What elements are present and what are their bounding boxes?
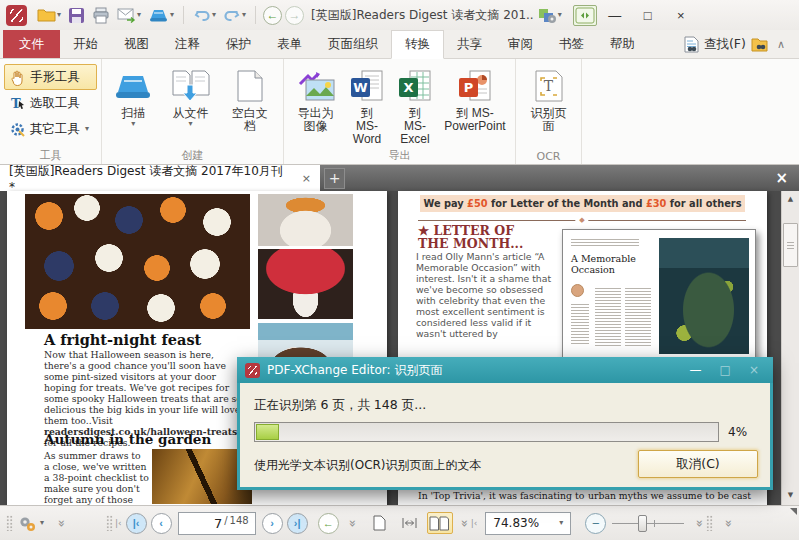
export-word-button[interactable]: W 到 MS-Word [343,62,391,148]
zoom-level-select[interactable]: 74.83% ▾ [485,512,571,535]
zoom-out-button[interactable]: − [585,513,606,534]
two-page-view-button[interactable] [427,512,453,534]
select-tool-button[interactable]: T 选取工具 [4,90,97,116]
zoom-slider[interactable] [612,513,684,534]
options-button[interactable]: ▾ [15,513,46,534]
session-layout-button[interactable] [573,5,597,26]
tab-protect[interactable]: 保护 [213,30,264,58]
scan-button[interactable]: ▾ [146,6,176,25]
dropdown-icon: ▾ [85,125,89,133]
dropdown-icon[interactable]: ▾ [137,11,141,19]
tab-help[interactable]: 帮助 [597,30,648,58]
last-page-button[interactable]: ›| [287,513,308,534]
export-image-button[interactable]: 导出为图像 [288,62,343,148]
single-page-view-button[interactable] [367,512,393,534]
dropdown-icon[interactable]: ▾ [57,11,61,19]
vertical-scrollbar[interactable]: ▲ ▼ [781,191,799,505]
export-excel-button[interactable]: X 到 MS-Excel [391,62,439,148]
close-document-button[interactable]: × [775,169,799,187]
slider-track [612,523,684,524]
page-number-input[interactable]: 7 / 148 [178,512,256,535]
banner-text: for Letter of the Month and [488,198,646,209]
inset-article-title: A Memorable Occasion [571,254,653,275]
scroll-down-button[interactable]: ▼ [782,488,799,503]
find-document-icon[interactable] [684,36,699,53]
tab-view[interactable]: 视图 [111,30,162,58]
toolbar-grip[interactable] [6,515,13,531]
back-icon: ← [267,8,279,22]
tab-close-icon[interactable]: × [302,172,311,185]
cancel-button[interactable]: 取消(C) [638,450,758,478]
dialog-minimize-button[interactable]: — [690,363,702,377]
next-view-button[interactable]: → [285,6,304,25]
expand-toolbar-icon[interactable]: « [455,517,470,529]
from-file-button[interactable]: 从文件 ▾ [160,62,220,148]
expand-toolbar-icon[interactable]: « [53,517,68,529]
email-button[interactable]: ▾ [115,6,143,25]
blank-page-icon [236,69,264,103]
previous-page-button[interactable]: ‹ [151,513,172,534]
dialog-maximize-button[interactable]: □ [720,363,731,377]
dropdown-icon[interactable]: ▾ [558,11,562,19]
print-button[interactable] [90,5,112,26]
tab-organize[interactable]: 页面组织 [315,30,391,58]
toolbar-grip[interactable] [706,515,713,531]
total-pages: 148 [230,515,249,526]
document-tab[interactable]: [英国版]Readers Digest 读者文摘 2017年10月刊 * × [0,165,320,191]
hand-tool-button[interactable]: 手形工具 [4,64,97,90]
tab-review[interactable]: 审阅 [495,30,546,58]
expand-toolbar-icon[interactable]: « [720,517,735,529]
blank-document-button[interactable]: 空白文档 [221,62,279,148]
customize-ui-button[interactable]: ▾ [537,5,564,26]
dialog-close-button[interactable]: × [749,363,759,377]
open-button[interactable]: ▾ [35,5,63,25]
scrollbar-thumb[interactable] [783,223,798,267]
dropdown-icon[interactable]: ▾ [40,519,44,527]
scan-create-button[interactable]: 扫描 ▾ [106,62,160,148]
minimize-button[interactable]: — [600,7,630,24]
dialog-titlebar[interactable]: PDF-XChange Editor: 识别页面 — □ × [237,357,773,383]
dropdown-icon[interactable]: ▾ [242,11,246,19]
group-label-tools: 工具 [0,148,101,163]
search-folder-icon[interactable] [751,37,768,52]
corner-grip [790,508,797,515]
word-icon: W [349,69,385,103]
tab-convert[interactable]: 转换 [391,30,444,59]
dropdown-icon[interactable]: ▾ [212,11,216,19]
printer-icon [92,7,110,24]
scroll-up-button[interactable]: ▲ [782,192,799,207]
expand-toolbar-icon[interactable]: « [343,517,358,529]
collapse-ribbon-button[interactable]: ∧ [773,38,789,51]
tab-share[interactable]: 共享 [444,30,495,58]
expand-toolbar-icon[interactable]: « [691,517,706,529]
maximize-button[interactable]: □ [633,7,663,24]
close-button[interactable]: × [666,7,696,24]
fit-width-button[interactable] [397,512,423,534]
tab-comment[interactable]: 注释 [162,30,213,58]
tab-home[interactable]: 开始 [60,30,111,58]
tab-file[interactable]: 文件 [3,30,60,58]
previous-view-button[interactable]: ← [263,6,282,25]
redo-button[interactable]: ▾ [221,5,248,25]
next-page-button[interactable]: › [262,513,283,534]
other-tools-button[interactable]: 其它工具 ▾ [4,116,97,142]
group-label-export: 导出 [284,148,515,163]
new-tab-button[interactable]: + [324,168,345,189]
window-layout-icon [575,7,595,24]
document-tab-bar: [英国版]Readers Digest 读者文摘 2017年10月刊 * × +… [0,165,799,191]
single-page-icon [373,515,386,531]
tab-form[interactable]: 表单 [264,30,315,58]
overflow-marker: |‹ [115,518,122,528]
tab-bookmarks[interactable]: 书签 [546,30,597,58]
export-powerpoint-button[interactable]: P 到 MS-PowerPoint [439,62,511,148]
previous-view-button[interactable]: ← [318,513,339,534]
undo-button[interactable]: ▾ [191,5,218,25]
app-logo-icon[interactable] [6,5,27,26]
ocr-recognize-button[interactable]: T 识别页面 [520,62,577,148]
save-button[interactable] [66,5,87,26]
dropdown-icon[interactable]: ▾ [170,11,174,19]
first-page-button[interactable]: |‹ [126,513,147,534]
toolbar-grip[interactable] [106,515,113,531]
find-label[interactable]: 查找(F) [704,36,746,53]
slider-thumb[interactable] [638,515,647,532]
